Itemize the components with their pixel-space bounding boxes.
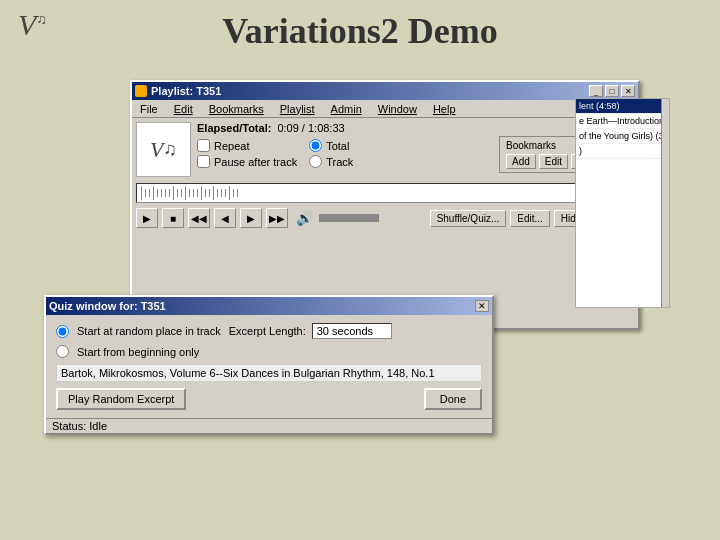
total-radio[interactable] bbox=[309, 139, 322, 152]
rewind-button[interactable]: ◀ bbox=[214, 208, 236, 228]
track-item-1[interactable]: lent (4:58) bbox=[576, 99, 669, 114]
top-section: V♫ Elapsed/Total: 0:09 / 1:08:33 Repea bbox=[136, 122, 634, 177]
quiz-random-radio[interactable] bbox=[56, 325, 69, 338]
option-group-right: Total Track bbox=[309, 139, 353, 168]
quiz-option1-row: Start at random place in track Excerpt L… bbox=[56, 323, 482, 339]
tick-7 bbox=[165, 189, 166, 197]
left-controls: Repeat Pause after track Tot bbox=[197, 136, 493, 168]
track-list-overlay: lent (4:58) e Earth—Introduction (Lerto)… bbox=[575, 98, 670, 308]
track-description: Bartok, Mikrokosmos, Volume 6--Six Dance… bbox=[56, 364, 482, 382]
tick-21 bbox=[221, 189, 222, 197]
total-label: Total bbox=[326, 140, 349, 152]
tick-14 bbox=[193, 189, 194, 197]
maximize-button[interactable]: □ bbox=[605, 85, 619, 97]
repeat-label: Repeat bbox=[214, 140, 249, 152]
stop-button[interactable]: ■ bbox=[162, 208, 184, 228]
progress-area[interactable] bbox=[136, 183, 634, 203]
play-button[interactable]: ▶ bbox=[136, 208, 158, 228]
menu-help[interactable]: Help bbox=[429, 102, 460, 116]
edit-action-button[interactable]: Edit... bbox=[510, 210, 550, 227]
pause-row: Pause after track bbox=[197, 155, 297, 168]
playlist-icon bbox=[135, 85, 147, 97]
quiz-option1-label: Start at random place in track bbox=[77, 325, 221, 337]
pause-checkbox[interactable] bbox=[197, 155, 210, 168]
playlist-title: Playlist: T351 bbox=[135, 85, 221, 97]
playlist-window: Playlist: T351 _ □ ✕ File Edit Bookmarks… bbox=[130, 80, 640, 330]
elapsed-label: Elapsed/Total: bbox=[197, 122, 271, 134]
minimize-button[interactable]: _ bbox=[589, 85, 603, 97]
menu-admin[interactable]: Admin bbox=[327, 102, 366, 116]
repeat-row: Repeat bbox=[197, 139, 297, 152]
transport-row: ▶ ■ ◀◀ ◀ ▶ ▶▶ 🔊 Shuffle/Quiz... Edit... … bbox=[136, 205, 634, 231]
tick-22 bbox=[225, 189, 226, 197]
controls-area: Elapsed/Total: 0:09 / 1:08:33 Repeat bbox=[197, 122, 634, 177]
tick-5 bbox=[157, 189, 158, 197]
total-radio-row: Total bbox=[309, 139, 353, 152]
tick-25 bbox=[237, 189, 238, 197]
repeat-checkbox[interactable] bbox=[197, 139, 210, 152]
tick-16 bbox=[201, 186, 202, 200]
menu-bookmarks[interactable]: Bookmarks bbox=[205, 102, 268, 116]
add-bookmark-button[interactable]: Add bbox=[506, 154, 536, 169]
status-text: Status: Idle bbox=[52, 420, 107, 432]
tick-10 bbox=[177, 189, 178, 197]
tick-marks bbox=[137, 184, 633, 202]
tick-24 bbox=[233, 189, 234, 197]
elapsed-row: Elapsed/Total: 0:09 / 1:08:33 bbox=[197, 122, 634, 134]
play-random-button[interactable]: Play Random Excerpt bbox=[56, 388, 186, 410]
tick-1 bbox=[141, 186, 142, 200]
tick-19 bbox=[213, 186, 214, 200]
tick-4 bbox=[153, 186, 154, 200]
tick-12 bbox=[185, 186, 186, 200]
pause-label: Pause after track bbox=[214, 156, 297, 168]
track-list-scrollbar[interactable] bbox=[661, 99, 669, 307]
tick-11 bbox=[181, 189, 182, 197]
tick-8 bbox=[169, 189, 170, 197]
quiz-close-button[interactable]: ✕ bbox=[475, 300, 489, 312]
status-bar: Status: Idle bbox=[46, 418, 492, 433]
tick-3 bbox=[149, 189, 150, 197]
option-group-left: Repeat Pause after track bbox=[197, 139, 297, 168]
menu-file[interactable]: File bbox=[136, 102, 162, 116]
edit-bookmark-button[interactable]: Edit bbox=[539, 154, 568, 169]
quiz-option2-row: Start from beginning only bbox=[56, 345, 482, 358]
track-item-4[interactable]: ) bbox=[576, 144, 669, 159]
track-item-2[interactable]: e Earth—Introduction (Lerto) (2: bbox=[576, 114, 669, 129]
menu-playlist[interactable]: Playlist bbox=[276, 102, 319, 116]
track-item-3[interactable]: of the Young Girls) (3:03) bbox=[576, 129, 669, 144]
quiz-titlebar: Quiz window for: T351 ✕ bbox=[46, 297, 492, 315]
forward-button[interactable]: ▶ bbox=[240, 208, 262, 228]
quiz-bottom: Play Random Excerpt Done bbox=[56, 388, 482, 410]
excerpt-value: 30 seconds bbox=[312, 323, 392, 339]
elapsed-value: 0:09 / 1:08:33 bbox=[277, 122, 344, 134]
tick-2 bbox=[145, 189, 146, 197]
slide-title: Variations2 Demo bbox=[0, 10, 720, 52]
tick-6 bbox=[161, 189, 162, 197]
options-row: Repeat Pause after track Tot bbox=[197, 139, 493, 168]
prev-track-button[interactable]: ◀◀ bbox=[188, 208, 210, 228]
tick-18 bbox=[209, 189, 210, 197]
menu-edit[interactable]: Edit bbox=[170, 102, 197, 116]
done-button[interactable]: Done bbox=[424, 388, 482, 410]
shuffle-quiz-button[interactable]: Shuffle/Quiz... bbox=[430, 210, 507, 227]
quiz-title: Quiz window for: T351 bbox=[49, 300, 166, 312]
quiz-beginning-radio[interactable] bbox=[56, 345, 69, 358]
menu-bar: File Edit Bookmarks Playlist Admin Windo… bbox=[132, 100, 638, 118]
tick-15 bbox=[197, 189, 198, 197]
close-button[interactable]: ✕ bbox=[621, 85, 635, 97]
next-track-button[interactable]: ▶▶ bbox=[266, 208, 288, 228]
tick-13 bbox=[189, 189, 190, 197]
excerpt-row: Excerpt Length: 30 seconds bbox=[229, 323, 392, 339]
quiz-content: Start at random place in track Excerpt L… bbox=[46, 315, 492, 418]
mid-row: Repeat Pause after track Tot bbox=[197, 136, 634, 173]
tick-17 bbox=[205, 189, 206, 197]
tick-23 bbox=[229, 186, 230, 200]
menu-window[interactable]: Window bbox=[374, 102, 421, 116]
quiz-window: Quiz window for: T351 ✕ Start at random … bbox=[44, 295, 494, 435]
volume-slider[interactable] bbox=[319, 214, 379, 222]
volume-icon: 🔊 bbox=[296, 210, 313, 226]
variations-logo: V♫ bbox=[136, 122, 191, 177]
track-radio[interactable] bbox=[309, 155, 322, 168]
track-radio-row: Track bbox=[309, 155, 353, 168]
window-controls: _ □ ✕ bbox=[589, 85, 635, 97]
